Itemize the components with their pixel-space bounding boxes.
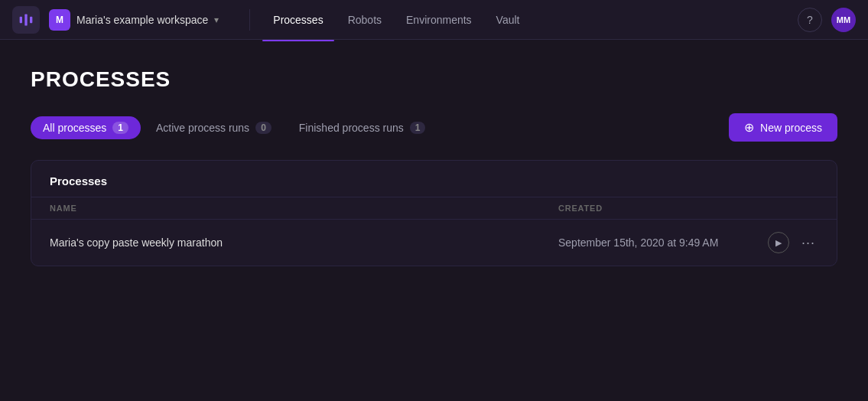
tab-all-processes-badge: 1	[112, 122, 128, 134]
navbar: M Maria's example workspace ▾ Processes …	[0, 0, 868, 40]
row-actions: ▶ ···	[757, 232, 818, 253]
col-header-name: NAME	[50, 204, 558, 213]
new-process-button[interactable]: ⊕ New process	[729, 113, 837, 142]
workspace-avatar: M	[49, 9, 70, 31]
tab-finished-process-runs[interactable]: Finished process runs 1	[287, 116, 438, 139]
row-process-name: Maria's copy paste weekly marathon	[50, 236, 558, 249]
tab-active-badge: 0	[255, 122, 271, 134]
nav-link-robots[interactable]: Robots	[337, 9, 392, 31]
more-options-button[interactable]: ···	[798, 235, 818, 251]
nav-links: Processes Robots Environments Vault	[262, 9, 798, 31]
row-process-created: September 15th, 2020 at 9:49 AM	[558, 236, 757, 249]
nav-right: ? MM	[798, 8, 856, 32]
app-logo	[12, 6, 40, 34]
nav-link-processes[interactable]: Processes	[262, 9, 333, 31]
nav-link-environments[interactable]: Environments	[395, 9, 483, 31]
svg-rect-1	[24, 14, 27, 25]
run-process-button[interactable]: ▶	[768, 232, 789, 253]
user-avatar[interactable]: MM	[831, 8, 856, 32]
main-content: PROCESSES All processes 1 Active process…	[0, 40, 868, 285]
nav-link-vault[interactable]: Vault	[486, 9, 531, 31]
help-button[interactable]: ?	[798, 8, 822, 32]
table-col-header: NAME CREATED	[31, 197, 837, 219]
new-process-label: New process	[760, 122, 822, 134]
nav-divider	[249, 9, 250, 31]
tabs-bar: All processes 1 Active process runs 0 Fi…	[31, 113, 837, 142]
tab-finished-label: Finished process runs	[299, 122, 404, 134]
workspace-name: Maria's example workspace	[76, 14, 208, 26]
table-heading: Processes	[31, 161, 837, 197]
plus-icon: ⊕	[744, 120, 754, 135]
svg-rect-2	[30, 16, 32, 22]
tab-all-processes-label: All processes	[43, 122, 106, 134]
page-title: PROCESSES	[31, 67, 837, 92]
tab-active-process-runs[interactable]: Active process runs 0	[144, 116, 284, 139]
table-row[interactable]: Maria's copy paste weekly marathon Septe…	[31, 219, 837, 266]
workspace-selector[interactable]: M Maria's example workspace ▾	[49, 9, 219, 31]
tab-finished-badge: 1	[410, 122, 426, 134]
processes-table: Processes NAME CREATED Maria's copy past…	[31, 160, 837, 266]
svg-rect-0	[20, 16, 22, 22]
col-header-created: CREATED	[558, 204, 757, 213]
tab-active-label: Active process runs	[156, 122, 249, 134]
chevron-down-icon: ▾	[214, 15, 219, 25]
tab-all-processes[interactable]: All processes 1	[31, 116, 141, 139]
